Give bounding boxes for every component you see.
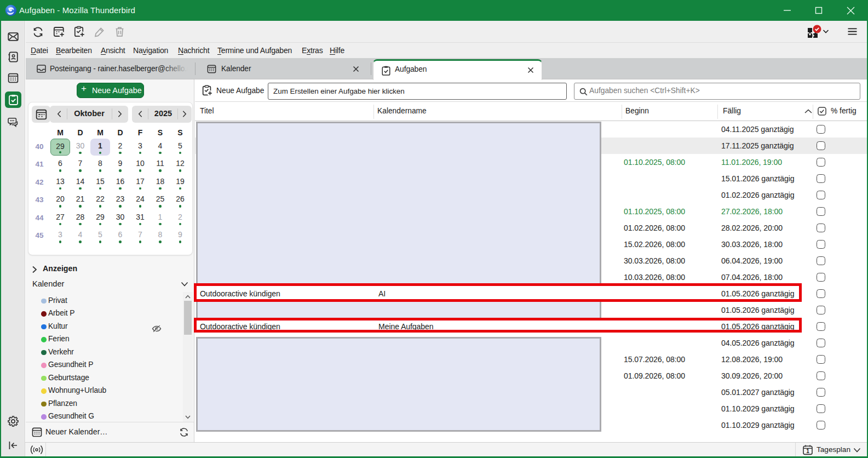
- svg-text:1: 1: [806, 448, 809, 454]
